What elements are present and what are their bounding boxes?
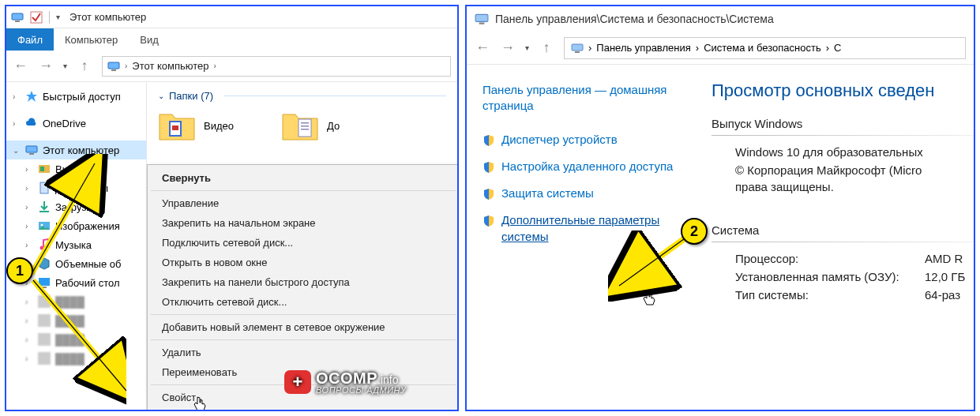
checkbox-qat-icon[interactable] xyxy=(30,11,43,24)
nav-up-icon[interactable]: ↑ xyxy=(77,58,92,74)
chevron-right-icon[interactable]: › xyxy=(13,119,21,128)
ribbon-tab-view[interactable]: Вид xyxy=(129,28,170,51)
brand-tld: .info xyxy=(377,373,398,386)
folder-item-documents[interactable]: До xyxy=(281,110,340,141)
address-bar[interactable]: › Панель управления › Система и безопасн… xyxy=(564,37,966,59)
link-advanced-system-settings[interactable]: Дополнительные параметры системы xyxy=(482,212,691,245)
brand-sub: ВОПРОСЫ АДМИНУ xyxy=(316,385,406,395)
value: 12,0 ГБ xyxy=(925,270,965,283)
chevron-right-icon[interactable]: › xyxy=(696,42,699,54)
row-processor: Процессор: AMD R xyxy=(735,252,974,265)
chevron-right-icon[interactable]: › xyxy=(13,92,21,101)
nav-history-icon[interactable]: ▾ xyxy=(63,62,67,70)
value: 64-раз xyxy=(925,288,960,302)
folder-item-video[interactable]: Видео xyxy=(158,110,234,141)
crumb[interactable]: Система и безопасность xyxy=(704,42,821,54)
tree-item[interactable]: ›████ xyxy=(6,311,146,330)
ctx-pin-quick[interactable]: Закрепить на панели быстрого доступа xyxy=(148,272,459,292)
ctx-open-new-window[interactable]: Открыть в новом окне xyxy=(148,253,459,272)
ctx-disconnect-drive[interactable]: Отключить сетевой диск... xyxy=(148,292,459,312)
system-body: Панель управления — домашняя страница Ди… xyxy=(467,65,974,410)
pc-icon xyxy=(107,60,120,73)
chevron-right-icon[interactable]: › xyxy=(214,62,216,70)
tree-label: Рабочий стол xyxy=(55,277,120,289)
side-links: Панель управления — домашняя страница Ди… xyxy=(467,65,704,410)
ctx-manage[interactable]: Управление xyxy=(148,193,459,213)
pc-icon xyxy=(571,42,584,54)
crumb-root[interactable]: Этот компьютер xyxy=(132,60,208,72)
control-panel-home-link[interactable]: Панель управления — домашняя страница xyxy=(482,82,691,114)
group-label: Папки (7) xyxy=(169,90,213,102)
crumb[interactable]: Панель управления xyxy=(596,42,690,54)
ribbon-tab-computer[interactable]: Компьютер xyxy=(54,28,129,51)
nav-up-icon[interactable]: ↑ xyxy=(539,39,554,56)
svg-rect-25 xyxy=(479,23,485,24)
tree-label: Этот компьютер xyxy=(43,144,119,156)
tree-item[interactable]: ›████ xyxy=(6,330,146,349)
pictures-icon xyxy=(38,219,51,232)
svg-rect-8 xyxy=(40,167,44,171)
chevron-right-icon[interactable]: › xyxy=(826,42,829,54)
copyright-line2: права защищены. xyxy=(735,180,925,193)
star-icon xyxy=(25,90,38,103)
address-bar[interactable]: › Этот компьютер › xyxy=(102,56,451,77)
ctx-add-network-place[interactable]: Добавить новый элемент в сетевое окружен… xyxy=(148,317,459,337)
nav-back-icon[interactable]: ← xyxy=(475,39,490,56)
tree-item[interactable]: ›████ xyxy=(6,349,146,368)
chevron-right-icon[interactable]: › xyxy=(588,42,591,54)
section-edition: Выпуск Windows xyxy=(712,117,974,130)
svg-rect-24 xyxy=(475,14,488,21)
tree-label: OneDrive xyxy=(43,118,86,129)
tree-item-documents[interactable]: › Документы xyxy=(6,178,146,197)
tree-onedrive[interactable]: › OneDrive xyxy=(6,114,146,133)
nav-back-icon[interactable]: ← xyxy=(13,58,28,74)
tree-label: Быстрый доступ xyxy=(43,91,121,103)
folder-label: До xyxy=(327,120,340,132)
ribbon-file-tab[interactable]: Файл xyxy=(6,28,54,51)
tree-label: Объемные об xyxy=(55,258,121,270)
svg-rect-10 xyxy=(39,211,49,212)
link-remote-settings[interactable]: Настройка удаленного доступа xyxy=(482,159,691,174)
chevron-right-icon[interactable]: › xyxy=(125,62,127,70)
pc-icon xyxy=(25,144,38,156)
chevron-down-icon[interactable]: ⌄ xyxy=(13,146,21,155)
ctx-map-drive[interactable]: Подключить сетевой диск... xyxy=(148,233,459,253)
svg-rect-6 xyxy=(29,153,34,155)
nav-forward-icon[interactable]: → xyxy=(38,58,54,74)
tree-item-pictures[interactable]: › Изображения xyxy=(6,216,146,235)
video-icon xyxy=(38,163,51,175)
titlebar: Панель управления\Система и безопасность… xyxy=(467,6,974,32)
group-header[interactable]: ⌄ Папки (7) xyxy=(158,90,446,102)
navbar: ← → ▾ ↑ › Панель управления › Система и … xyxy=(467,32,974,65)
ctx-collapse[interactable]: Свернуть xyxy=(148,168,459,188)
svg-rect-3 xyxy=(108,62,119,69)
chevron-down-icon[interactable]: ⌄ xyxy=(158,92,164,100)
row-ram: Установленная память (ОЗУ): 12,0 ГБ xyxy=(735,270,974,283)
navbar: ← → ▾ ↑ › Этот компьютер › xyxy=(6,51,457,82)
tree-label: Изображения xyxy=(55,220,120,232)
annotation-marker-2: 2 xyxy=(681,218,708,245)
tree-this-pc[interactable]: ⌄ Этот компьютер xyxy=(6,141,146,159)
qat-dropdown-icon[interactable]: ▾ xyxy=(56,13,60,21)
desktop-icon xyxy=(38,276,51,289)
copyright-line: © Корпорация Майкрософт (Micro xyxy=(735,163,925,177)
ctx-pin-start[interactable]: Закрепить на начальном экране xyxy=(148,213,459,233)
ctx-delete[interactable]: Удалить xyxy=(148,343,459,362)
documents-icon xyxy=(38,182,51,194)
value: AMD R xyxy=(925,252,963,265)
tree-item-downloads[interactable]: › Загрузки xyxy=(6,197,146,216)
tree-label: Вид xyxy=(55,163,74,175)
tree-item[interactable]: ›████ xyxy=(6,292,146,311)
crumb[interactable]: С xyxy=(834,42,841,54)
tree-item-video[interactable]: › Вид xyxy=(6,159,146,178)
annotation-marker-1: 1 xyxy=(6,257,33,284)
nav-history-icon[interactable]: ▾ xyxy=(525,43,529,52)
music-icon xyxy=(38,238,51,251)
link-system-protection[interactable]: Защита системы xyxy=(482,186,691,201)
tree-label: Музыка xyxy=(55,239,92,251)
cube-icon xyxy=(38,257,51,270)
tree-item-music[interactable]: › Музыка xyxy=(6,235,146,254)
nav-forward-icon[interactable]: → xyxy=(500,39,516,56)
tree-quick-access[interactable]: › Быстрый доступ xyxy=(6,87,146,106)
link-device-manager[interactable]: Диспетчер устройств xyxy=(482,132,691,148)
